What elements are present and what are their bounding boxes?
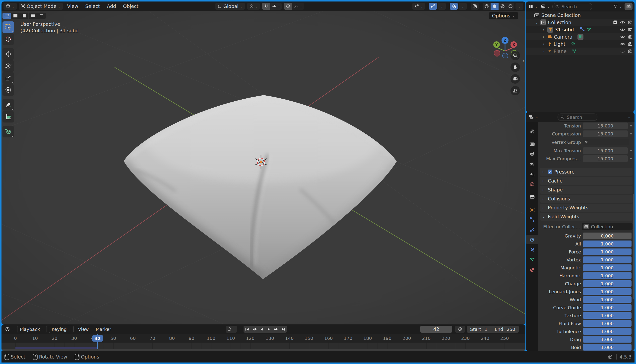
tab-physics[interactable] [526, 235, 538, 244]
transform-orientation-dropdown[interactable]: Global ⌄ [216, 3, 245, 10]
use-preview-range-button[interactable] [455, 326, 465, 333]
render-camera-icon[interactable] [627, 42, 633, 46]
compression-field[interactable]: 15.000 [583, 130, 628, 137]
render-camera-icon[interactable] [627, 49, 633, 54]
ortho-toggle-button[interactable] [510, 86, 520, 95]
panel-shape[interactable]: › Shape [540, 186, 632, 194]
field-weight-slider[interactable]: 1.000 [583, 336, 632, 342]
decorator-dot[interactable] [630, 158, 632, 159]
tool-cursor[interactable] [2, 33, 14, 45]
overlays-dropdown[interactable]: ⌄ [459, 3, 467, 10]
tab-object[interactable] [526, 205, 538, 214]
chevron-down-icon[interactable]: ⌄ [628, 116, 632, 119]
collapse-chevron-icon[interactable]: ⌄ [534, 20, 539, 24]
start-frame-field[interactable]: Start 1 [467, 326, 491, 333]
decorator-dot[interactable] [630, 133, 632, 134]
outliner-row-camera[interactable]: › Camera [526, 33, 634, 40]
sidebar-collapse-arrow[interactable]: ‹ [522, 58, 524, 64]
auto-keying-toggle[interactable]: ⌄ [226, 326, 237, 333]
outliner-search-input[interactable] [561, 4, 590, 10]
outliner-display-mode-button[interactable]: ⌄ [540, 3, 550, 10]
field-weight-slider[interactable]: 1.000 [583, 280, 632, 287]
play-reverse-button[interactable] [258, 326, 265, 333]
field-weight-slider[interactable]: 1.000 [583, 344, 632, 350]
field-weight-slider[interactable]: 1.000 [583, 248, 632, 255]
show-gizmo-toggle[interactable] [429, 3, 437, 10]
field-weight-slider[interactable]: 1.000 [583, 304, 632, 311]
tool-rotate[interactable] [2, 60, 14, 72]
tab-constraints[interactable] [526, 245, 538, 254]
play-button[interactable] [265, 326, 272, 333]
panel-pressure[interactable]: › Pressure [540, 168, 632, 176]
render-camera-icon[interactable] [627, 27, 633, 32]
menu-view[interactable]: View [65, 4, 81, 9]
end-frame-field[interactable]: End 250 [491, 326, 519, 333]
properties-scrollbar[interactable] [633, 194, 634, 299]
tab-render[interactable] [526, 139, 538, 149]
effector-collection-field[interactable]: Collection [582, 223, 632, 230]
tab-output[interactable] [526, 149, 538, 158]
tool-measure[interactable] [2, 111, 14, 122]
proportional-editing-toggle[interactable] [284, 3, 292, 10]
camera-view-button[interactable] [510, 74, 520, 84]
field-weight-slider[interactable]: 1.000 [583, 320, 632, 327]
pan-button[interactable] [510, 62, 520, 72]
menu-add[interactable]: Add [104, 4, 118, 9]
tool-move[interactable] [2, 48, 14, 60]
tab-particles[interactable] [526, 225, 538, 234]
outliner-row-plane[interactable]: › Plane [526, 48, 634, 55]
properties-editor-button[interactable]: ⌄ [528, 114, 539, 120]
outliner-row-collection[interactable]: ⌄ Collection [526, 19, 634, 26]
outliner-row-31subd[interactable]: › 31 subd [526, 26, 634, 33]
jump-to-start-button[interactable] [244, 326, 251, 333]
decorator-dot[interactable] [630, 150, 632, 152]
field-weight-slider[interactable]: 1.000 [583, 240, 632, 247]
playback-dropdown[interactable]: Playback ⌄ [17, 326, 47, 333]
max-compression-field[interactable]: 15.000 [583, 155, 628, 162]
zoom-button[interactable] [510, 51, 520, 60]
shading-wireframe-button[interactable] [482, 3, 490, 10]
playhead-badge[interactable]: 42 [92, 335, 103, 342]
expand-chevron-icon[interactable]: › [541, 42, 546, 46]
timeline-scrollbar[interactable] [2, 349, 526, 351]
timeline-menu-view[interactable]: View [76, 327, 92, 332]
tension-field[interactable]: 15.000 [583, 122, 628, 129]
show-overlays-toggle[interactable] [450, 3, 458, 10]
mode-dropdown[interactable]: Object Mode ⌄ [19, 3, 63, 10]
select-intersect-button[interactable] [37, 13, 46, 19]
new-collection-button[interactable] [624, 3, 632, 10]
tab-tool[interactable] [526, 126, 538, 136]
expand-chevron-icon[interactable]: › [541, 49, 546, 53]
hide-eye-icon[interactable] [620, 42, 626, 46]
shading-rendered-button[interactable] [506, 3, 514, 10]
timeline-menu-marker[interactable]: Marker [93, 327, 114, 332]
timeline-editor-button[interactable]: ⌄ [4, 326, 15, 333]
tab-material[interactable] [526, 265, 538, 274]
field-weight-slider[interactable]: 1.000 [583, 312, 632, 319]
tool-scale[interactable] [2, 72, 14, 84]
field-weight-slider[interactable]: 0.000 [583, 232, 632, 239]
field-weight-slider[interactable]: 1.000 [583, 296, 632, 303]
select-subtract-button[interactable] [20, 13, 28, 19]
tab-view-layer[interactable] [526, 159, 538, 169]
timeline-ruler[interactable]: 0102030405060708090100110120130140150160… [2, 334, 526, 342]
outliner-filter-button[interactable]: ⌄ [613, 3, 622, 10]
outliner-row-light[interactable]: › Light [526, 40, 634, 48]
render-camera-icon[interactable] [627, 20, 633, 25]
panel-property-weights[interactable]: › Property Weights [540, 204, 632, 212]
keying-dropdown[interactable]: Keying ⌄ [49, 326, 74, 333]
pivot-point-dropdown[interactable]: ⌄ [247, 3, 260, 10]
max-tension-field[interactable]: 15.000 [583, 148, 628, 154]
tool-annotate[interactable] [2, 99, 14, 110]
tab-collection[interactable] [526, 192, 538, 202]
viewport-options-button[interactable]: Options ⌄ [489, 12, 518, 20]
snap-target-dropdown[interactable]: ⌄ [270, 3, 282, 10]
field-weight-slider[interactable]: 1.000 [583, 256, 632, 263]
collection-checkbox[interactable] [612, 20, 618, 25]
field-weight-slider[interactable]: 1.000 [583, 328, 632, 334]
outliner-editor-button[interactable]: ⌄ [528, 3, 538, 10]
viewport-canvas[interactable] [2, 11, 526, 324]
select-set-button[interactable] [2, 13, 11, 19]
select-extend-button[interactable] [11, 13, 20, 19]
jump-to-end-button[interactable] [280, 326, 287, 333]
